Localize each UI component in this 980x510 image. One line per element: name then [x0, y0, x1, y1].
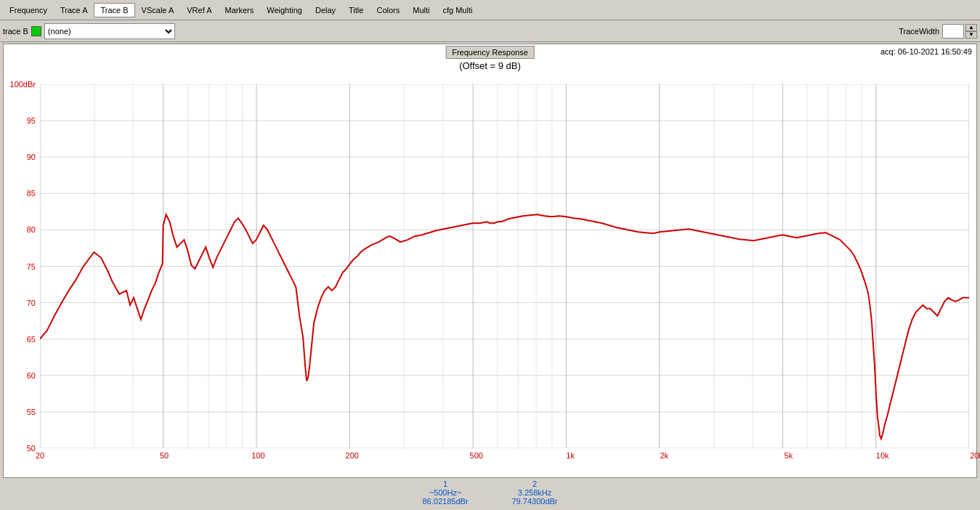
menu-vscale-a[interactable]: VScale A — [135, 3, 181, 17]
x-label-10k: 10k — [876, 451, 889, 460]
toolbar: trace B (none) TraceWidth 5 ▲ ▼ — [0, 20, 980, 42]
x-label-2k: 2k — [660, 451, 668, 460]
spinbox-down[interactable]: ▼ — [965, 31, 977, 39]
menu-trace-b[interactable]: Trace B — [94, 3, 134, 17]
trace-color-swatch[interactable] — [31, 26, 41, 36]
x-label-500: 500 — [470, 451, 483, 460]
marker-1-freq: ~500Hz~ — [429, 488, 462, 497]
menu-cfg-multi[interactable]: cfg Multi — [436, 3, 479, 17]
trace-width-label: TraceWidth — [899, 27, 939, 36]
x-axis: 20 50 100 200 500 1k 2k 5k 10k 20k — [40, 451, 969, 466]
menu-trace-a[interactable]: Trace A — [54, 3, 94, 17]
x-label-5k: 5k — [785, 451, 793, 460]
status-bar: 1 ~500Hz~ 86.02185dBr 2 3.258kHz 79.7430… — [0, 479, 980, 506]
y-label-75: 75 — [27, 262, 36, 271]
y-label-90: 90 — [27, 153, 36, 161]
acq-label: acq: 06-10-2021 16:50:49 — [880, 47, 972, 56]
trace-b-label: trace B — [3, 27, 28, 36]
menu-delay[interactable]: Delay — [309, 3, 342, 17]
trace-width-spinbox: 5 ▲ ▼ — [942, 24, 977, 39]
trace-width-input[interactable]: 5 — [942, 24, 964, 39]
y-label-65: 65 — [27, 335, 36, 344]
y-label-100: 100dBr — [10, 80, 36, 89]
grid-svg — [40, 84, 969, 448]
grid-area — [40, 84, 969, 448]
menu-title[interactable]: Title — [342, 3, 370, 17]
x-label-50: 50 — [160, 451, 169, 460]
y-label-50: 50 — [27, 444, 36, 453]
menu-colors[interactable]: Colors — [370, 3, 406, 17]
menu-frequency[interactable]: Frequency — [3, 3, 54, 17]
x-label-100: 100 — [251, 451, 264, 460]
marker-2: 2 3.258kHz 79.74300dBr — [512, 479, 558, 506]
y-label-85: 85 — [27, 189, 36, 198]
marker-1-number: 1 — [443, 479, 448, 488]
trace-dropdown[interactable]: (none) — [44, 23, 175, 39]
x-label-20k: 20k — [970, 451, 980, 460]
menu-vref-a[interactable]: VRef A — [180, 3, 218, 17]
frequency-response-curve — [40, 214, 969, 439]
marker-1: 1 ~500Hz~ 86.02185dBr — [423, 479, 469, 506]
y-axis: 100dBr 95 90 85 80 75 70 65 60 55 50 — [4, 84, 39, 448]
marker-2-value: 79.74300dBr — [512, 497, 558, 506]
menu-multi[interactable]: Multi — [406, 3, 436, 17]
chart-title: Frequency Response — [445, 46, 535, 59]
y-label-95: 95 — [27, 116, 36, 125]
spinbox-buttons: ▲ ▼ — [965, 24, 977, 39]
x-label-200: 200 — [346, 451, 359, 460]
y-label-60: 60 — [27, 371, 36, 380]
spinbox-up[interactable]: ▲ — [965, 24, 977, 31]
x-label-1k: 1k — [566, 451, 575, 460]
menu-weighting[interactable]: Weighting — [260, 3, 309, 17]
chart-offset-label: (Offset = 9 dB) — [459, 60, 521, 71]
y-label-70: 70 — [27, 299, 36, 307]
menu-markers[interactable]: Markers — [218, 3, 260, 17]
x-label-20: 20 — [36, 451, 44, 460]
menu-bar: Frequency Trace A Trace B VScale A VRef … — [0, 0, 980, 20]
marker-2-freq: 3.258kHz — [518, 488, 551, 497]
y-label-55: 55 — [27, 408, 36, 416]
marker-1-value: 86.02185dBr — [423, 497, 469, 506]
chart-container: Frequency Response (Offset = 9 dB) acq: … — [3, 44, 977, 478]
y-label-80: 80 — [27, 225, 36, 234]
marker-2-number: 2 — [532, 479, 537, 488]
